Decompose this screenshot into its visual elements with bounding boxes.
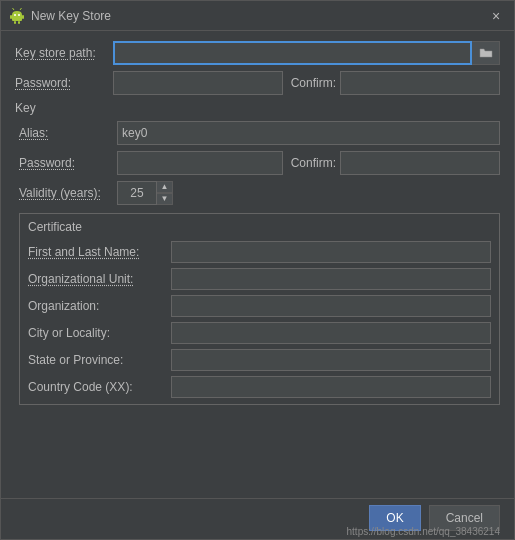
svg-rect-0 (14, 21, 16, 24)
validity-input[interactable] (117, 181, 157, 205)
validity-spinner: ▲ ▼ (117, 181, 173, 205)
key-confirm-input[interactable] (340, 151, 500, 175)
alias-input[interactable] (117, 121, 500, 145)
keystore-confirm-group: Confirm: (291, 71, 500, 95)
cert-org-unit-input[interactable] (171, 268, 491, 290)
key-section-label: Key (15, 101, 36, 115)
svg-line-6 (13, 8, 15, 10)
certificate-title: Certificate (28, 220, 491, 234)
spinner-buttons: ▲ ▼ (157, 181, 173, 205)
watermark: https://blog.csdn.net/qq_38436214 (347, 526, 500, 537)
key-section-header: Key (15, 101, 500, 115)
cert-org-unit-row: Organizational Unit: (28, 268, 491, 290)
cert-country-row: Country Code (XX): (28, 376, 491, 398)
title-bar: New Key Store × (1, 1, 514, 31)
keystore-password-row: Password: Confirm: (15, 71, 500, 95)
svg-rect-1 (18, 21, 20, 24)
browse-button[interactable] (472, 41, 500, 65)
certificate-section: Certificate First and Last Name: Organiz… (19, 213, 500, 405)
key-confirm-group: Confirm: (291, 151, 500, 175)
key-section: Alias: Password: Confirm: Validity (year… (15, 121, 500, 405)
cert-state-row: State or Province: (28, 349, 491, 371)
dialog-body: Key store path: Password: Confirm: Key (1, 31, 514, 498)
cert-first-last-input[interactable] (171, 241, 491, 263)
keystore-path-label: Key store path: (15, 46, 105, 60)
keystore-path-input-group (113, 41, 500, 65)
key-password-input[interactable] (117, 151, 283, 175)
cert-state-label: State or Province: (28, 353, 163, 367)
cert-city-label: City or Locality: (28, 326, 163, 340)
cert-state-input[interactable] (171, 349, 491, 371)
key-password-row: Password: Confirm: (19, 151, 500, 175)
svg-point-5 (18, 14, 20, 16)
alias-row: Alias: (19, 121, 500, 145)
folder-icon (479, 47, 493, 59)
android-icon (9, 8, 25, 24)
close-button[interactable]: × (486, 6, 506, 26)
cert-city-input[interactable] (171, 322, 491, 344)
dialog-footer: OK Cancel https://blog.csdn.net/qq_38436… (1, 498, 514, 539)
cert-first-last-label: First and Last Name: (28, 245, 163, 259)
cert-org-label: Organization: (28, 299, 163, 313)
new-key-store-dialog: New Key Store × Key store path: Password… (0, 0, 515, 540)
keystore-password-input[interactable] (113, 71, 283, 95)
svg-point-4 (14, 14, 16, 16)
cert-org-input[interactable] (171, 295, 491, 317)
validity-label: Validity (years): (19, 186, 109, 200)
cert-org-row: Organization: (28, 295, 491, 317)
cert-country-label: Country Code (XX): (28, 380, 163, 394)
cert-city-row: City or Locality: (28, 322, 491, 344)
cert-first-last-row: First and Last Name: (28, 241, 491, 263)
validity-row: Validity (years): ▲ ▼ (19, 181, 500, 205)
alias-label: Alias: (19, 126, 109, 140)
cert-country-input[interactable] (171, 376, 491, 398)
key-confirm-label: Confirm: (291, 156, 336, 170)
keystore-confirm-label: Confirm: (291, 76, 336, 90)
svg-rect-3 (22, 15, 24, 19)
spinner-up-button[interactable]: ▲ (157, 181, 173, 193)
keystore-confirm-input[interactable] (340, 71, 500, 95)
svg-line-7 (20, 8, 22, 10)
keystore-path-input[interactable] (113, 41, 472, 65)
key-password-label: Password: (19, 156, 109, 170)
dialog-title: New Key Store (31, 9, 480, 23)
keystore-password-label: Password: (15, 76, 105, 90)
spinner-down-button[interactable]: ▼ (157, 193, 173, 205)
cert-org-unit-label: Organizational Unit: (28, 272, 163, 286)
svg-rect-2 (10, 15, 12, 19)
keystore-path-row: Key store path: (15, 41, 500, 65)
